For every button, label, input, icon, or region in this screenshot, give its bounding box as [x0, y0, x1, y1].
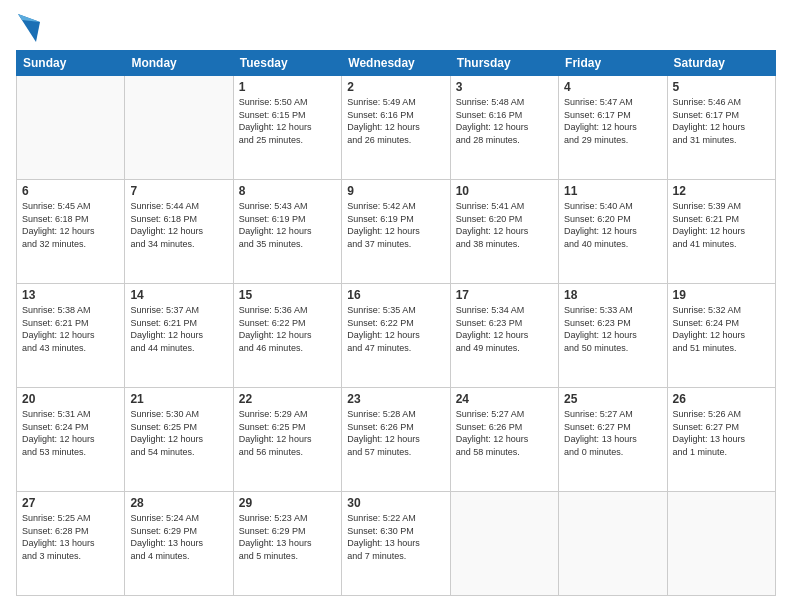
calendar-cell: 23Sunrise: 5:28 AM Sunset: 6:26 PM Dayli… [342, 388, 450, 492]
day-number: 1 [239, 80, 336, 94]
day-info: Sunrise: 5:26 AM Sunset: 6:27 PM Dayligh… [673, 408, 770, 458]
day-info: Sunrise: 5:27 AM Sunset: 6:26 PM Dayligh… [456, 408, 553, 458]
day-number: 28 [130, 496, 227, 510]
calendar-cell: 1Sunrise: 5:50 AM Sunset: 6:15 PM Daylig… [233, 76, 341, 180]
day-info: Sunrise: 5:38 AM Sunset: 6:21 PM Dayligh… [22, 304, 119, 354]
day-info: Sunrise: 5:39 AM Sunset: 6:21 PM Dayligh… [673, 200, 770, 250]
calendar-cell: 28Sunrise: 5:24 AM Sunset: 6:29 PM Dayli… [125, 492, 233, 596]
day-number: 9 [347, 184, 444, 198]
day-info: Sunrise: 5:32 AM Sunset: 6:24 PM Dayligh… [673, 304, 770, 354]
calendar-cell: 21Sunrise: 5:30 AM Sunset: 6:25 PM Dayli… [125, 388, 233, 492]
day-number: 20 [22, 392, 119, 406]
day-number: 6 [22, 184, 119, 198]
calendar-cell: 6Sunrise: 5:45 AM Sunset: 6:18 PM Daylig… [17, 180, 125, 284]
day-number: 19 [673, 288, 770, 302]
day-info: Sunrise: 5:45 AM Sunset: 6:18 PM Dayligh… [22, 200, 119, 250]
day-number: 7 [130, 184, 227, 198]
weekday-header-monday: Monday [125, 51, 233, 76]
calendar-cell: 15Sunrise: 5:36 AM Sunset: 6:22 PM Dayli… [233, 284, 341, 388]
calendar-cell: 8Sunrise: 5:43 AM Sunset: 6:19 PM Daylig… [233, 180, 341, 284]
calendar-cell [17, 76, 125, 180]
day-info: Sunrise: 5:41 AM Sunset: 6:20 PM Dayligh… [456, 200, 553, 250]
day-number: 14 [130, 288, 227, 302]
day-info: Sunrise: 5:22 AM Sunset: 6:30 PM Dayligh… [347, 512, 444, 562]
calendar-cell: 18Sunrise: 5:33 AM Sunset: 6:23 PM Dayli… [559, 284, 667, 388]
day-info: Sunrise: 5:48 AM Sunset: 6:16 PM Dayligh… [456, 96, 553, 146]
day-number: 24 [456, 392, 553, 406]
day-number: 21 [130, 392, 227, 406]
day-number: 29 [239, 496, 336, 510]
day-number: 2 [347, 80, 444, 94]
day-number: 17 [456, 288, 553, 302]
day-info: Sunrise: 5:47 AM Sunset: 6:17 PM Dayligh… [564, 96, 661, 146]
day-info: Sunrise: 5:29 AM Sunset: 6:25 PM Dayligh… [239, 408, 336, 458]
calendar-cell: 17Sunrise: 5:34 AM Sunset: 6:23 PM Dayli… [450, 284, 558, 388]
calendar-cell [559, 492, 667, 596]
day-number: 3 [456, 80, 553, 94]
day-number: 22 [239, 392, 336, 406]
calendar-cell: 12Sunrise: 5:39 AM Sunset: 6:21 PM Dayli… [667, 180, 775, 284]
calendar-cell: 29Sunrise: 5:23 AM Sunset: 6:29 PM Dayli… [233, 492, 341, 596]
day-info: Sunrise: 5:50 AM Sunset: 6:15 PM Dayligh… [239, 96, 336, 146]
day-number: 4 [564, 80, 661, 94]
calendar-cell: 4Sunrise: 5:47 AM Sunset: 6:17 PM Daylig… [559, 76, 667, 180]
calendar-cell: 27Sunrise: 5:25 AM Sunset: 6:28 PM Dayli… [17, 492, 125, 596]
day-info: Sunrise: 5:44 AM Sunset: 6:18 PM Dayligh… [130, 200, 227, 250]
day-number: 12 [673, 184, 770, 198]
day-number: 25 [564, 392, 661, 406]
week-row-2: 6Sunrise: 5:45 AM Sunset: 6:18 PM Daylig… [17, 180, 776, 284]
day-info: Sunrise: 5:24 AM Sunset: 6:29 PM Dayligh… [130, 512, 227, 562]
calendar-cell: 25Sunrise: 5:27 AM Sunset: 6:27 PM Dayli… [559, 388, 667, 492]
calendar-cell: 13Sunrise: 5:38 AM Sunset: 6:21 PM Dayli… [17, 284, 125, 388]
day-number: 5 [673, 80, 770, 94]
day-number: 16 [347, 288, 444, 302]
day-info: Sunrise: 5:43 AM Sunset: 6:19 PM Dayligh… [239, 200, 336, 250]
day-info: Sunrise: 5:37 AM Sunset: 6:21 PM Dayligh… [130, 304, 227, 354]
weekday-header-tuesday: Tuesday [233, 51, 341, 76]
calendar-cell: 20Sunrise: 5:31 AM Sunset: 6:24 PM Dayli… [17, 388, 125, 492]
calendar-cell: 7Sunrise: 5:44 AM Sunset: 6:18 PM Daylig… [125, 180, 233, 284]
day-number: 11 [564, 184, 661, 198]
weekday-header-sunday: Sunday [17, 51, 125, 76]
weekday-header-wednesday: Wednesday [342, 51, 450, 76]
weekday-header-friday: Friday [559, 51, 667, 76]
day-info: Sunrise: 5:28 AM Sunset: 6:26 PM Dayligh… [347, 408, 444, 458]
calendar-cell: 5Sunrise: 5:46 AM Sunset: 6:17 PM Daylig… [667, 76, 775, 180]
day-info: Sunrise: 5:30 AM Sunset: 6:25 PM Dayligh… [130, 408, 227, 458]
calendar-cell: 26Sunrise: 5:26 AM Sunset: 6:27 PM Dayli… [667, 388, 775, 492]
week-row-1: 1Sunrise: 5:50 AM Sunset: 6:15 PM Daylig… [17, 76, 776, 180]
week-row-3: 13Sunrise: 5:38 AM Sunset: 6:21 PM Dayli… [17, 284, 776, 388]
day-info: Sunrise: 5:31 AM Sunset: 6:24 PM Dayligh… [22, 408, 119, 458]
day-number: 26 [673, 392, 770, 406]
logo-lines [16, 16, 40, 42]
calendar-cell: 3Sunrise: 5:48 AM Sunset: 6:16 PM Daylig… [450, 76, 558, 180]
calendar-cell: 19Sunrise: 5:32 AM Sunset: 6:24 PM Dayli… [667, 284, 775, 388]
day-number: 15 [239, 288, 336, 302]
day-info: Sunrise: 5:34 AM Sunset: 6:23 PM Dayligh… [456, 304, 553, 354]
calendar-cell: 30Sunrise: 5:22 AM Sunset: 6:30 PM Dayli… [342, 492, 450, 596]
day-number: 13 [22, 288, 119, 302]
week-row-4: 20Sunrise: 5:31 AM Sunset: 6:24 PM Dayli… [17, 388, 776, 492]
day-info: Sunrise: 5:25 AM Sunset: 6:28 PM Dayligh… [22, 512, 119, 562]
day-info: Sunrise: 5:33 AM Sunset: 6:23 PM Dayligh… [564, 304, 661, 354]
calendar-cell [450, 492, 558, 596]
calendar-cell: 24Sunrise: 5:27 AM Sunset: 6:26 PM Dayli… [450, 388, 558, 492]
day-info: Sunrise: 5:23 AM Sunset: 6:29 PM Dayligh… [239, 512, 336, 562]
day-info: Sunrise: 5:42 AM Sunset: 6:19 PM Dayligh… [347, 200, 444, 250]
day-number: 10 [456, 184, 553, 198]
week-row-5: 27Sunrise: 5:25 AM Sunset: 6:28 PM Dayli… [17, 492, 776, 596]
weekday-header-saturday: Saturday [667, 51, 775, 76]
calendar-cell: 9Sunrise: 5:42 AM Sunset: 6:19 PM Daylig… [342, 180, 450, 284]
logo-icon [18, 14, 40, 42]
weekday-header-row: SundayMondayTuesdayWednesdayThursdayFrid… [17, 51, 776, 76]
calendar-cell [667, 492, 775, 596]
day-number: 30 [347, 496, 444, 510]
day-info: Sunrise: 5:40 AM Sunset: 6:20 PM Dayligh… [564, 200, 661, 250]
calendar-cell: 16Sunrise: 5:35 AM Sunset: 6:22 PM Dayli… [342, 284, 450, 388]
day-number: 27 [22, 496, 119, 510]
day-number: 18 [564, 288, 661, 302]
page: SundayMondayTuesdayWednesdayThursdayFrid… [0, 0, 792, 612]
calendar-cell: 11Sunrise: 5:40 AM Sunset: 6:20 PM Dayli… [559, 180, 667, 284]
day-info: Sunrise: 5:36 AM Sunset: 6:22 PM Dayligh… [239, 304, 336, 354]
logo [16, 16, 40, 42]
